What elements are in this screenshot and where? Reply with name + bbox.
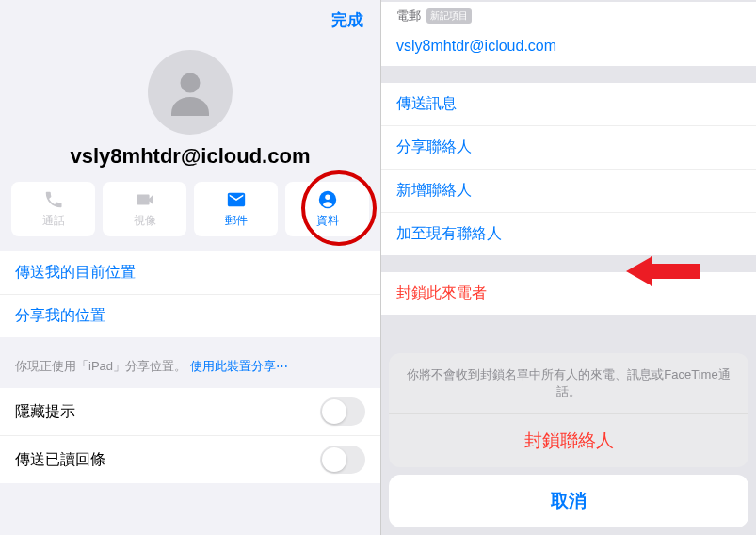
recent-badge: 新記項目 [426, 8, 472, 24]
action-row: 通話 視像 郵件 資料 [0, 169, 380, 251]
add-existing-contact[interactable]: 加至現有聯絡人 [381, 213, 756, 255]
send-current-location[interactable]: 傳送我的目前位置 [0, 251, 380, 295]
done-button[interactable]: 完成 [331, 9, 363, 31]
toggle-group: 隱藏提示 傳送已讀回條 [0, 388, 380, 483]
person-circle-icon [317, 189, 338, 210]
red-circle-annotation [301, 170, 377, 246]
avatar [148, 50, 233, 135]
svg-point-2 [325, 195, 330, 201]
avatar-wrap [0, 50, 380, 135]
mail-icon [226, 189, 247, 210]
send-read-switch[interactable] [320, 446, 365, 474]
info-pane: 電郵 新記項目 vsly8mhtdr@icloud.com 傳送訊息 分享聯絡人… [381, 0, 756, 535]
hide-alerts-label: 隱藏提示 [15, 402, 75, 422]
video-button: 視像 [103, 182, 186, 236]
use-this-device-link[interactable]: 使用此裝置分享⋯ [190, 359, 288, 373]
video-icon [135, 189, 155, 210]
send-message[interactable]: 傳送訊息 [381, 83, 756, 126]
left-header: 完成 [0, 0, 380, 41]
email-value[interactable]: vsly8mhtdr@icloud.com [381, 26, 756, 66]
hide-alerts-switch[interactable] [320, 397, 365, 426]
contact-name: vsly8mhtdr@icloud.com [0, 144, 380, 169]
share-footnote: 你現正使用「iPad」分享位置。 使用此裝置分享⋯ [0, 350, 380, 388]
mail-button[interactable]: 郵件 [194, 182, 278, 236]
contact-detail-pane: 完成 vsly8mhtdr@icloud.com 通話 視像 郵件 資料 傳送我… [0, 0, 381, 535]
email-group: 電郵 新記項目 vsly8mhtdr@icloud.com [381, 2, 756, 66]
share-my-location[interactable]: 分享我的位置 [0, 295, 380, 337]
person-icon [162, 64, 218, 121]
send-read-label: 傳送已讀回條 [15, 450, 105, 470]
block-contact-confirm[interactable]: 封鎖聯絡人 [389, 414, 748, 467]
cancel-button[interactable]: 取消 [389, 475, 748, 527]
mail-label: 郵件 [225, 213, 248, 229]
svg-point-0 [181, 73, 201, 93]
new-contact[interactable]: 新增聯絡人 [381, 170, 756, 213]
info-label: 資料 [316, 213, 339, 229]
email-label: 電郵 [396, 8, 421, 24]
call-button: 通話 [11, 182, 95, 236]
action-sheet: 你將不會收到封鎖名單中所有人的來電、訊息或FaceTime通話。 封鎖聯絡人 取… [381, 353, 756, 535]
email-header: 電郵 新記項目 [381, 2, 756, 26]
right-top: 電郵 新記項目 vsly8mhtdr@icloud.com 傳送訊息 分享聯絡人… [381, 0, 756, 315]
info-button[interactable]: 資料 [285, 182, 369, 236]
call-label: 通話 [42, 213, 65, 229]
sheet-message: 你將不會收到封鎖名單中所有人的來電、訊息或FaceTime通話。 [389, 353, 748, 414]
video-label: 視像 [134, 213, 156, 229]
share-contact[interactable]: 分享聯絡人 [381, 126, 756, 170]
phone-icon [43, 189, 64, 210]
send-read-row: 傳送已讀回條 [0, 436, 380, 483]
footnote-text: 你現正使用「iPad」分享位置。 [15, 359, 186, 373]
block-group: 封鎖此來電者 [381, 272, 756, 315]
block-this-caller[interactable]: 封鎖此來電者 [381, 272, 756, 315]
contact-actions-group: 傳送訊息 分享聯絡人 新增聯絡人 加至現有聯絡人 [381, 83, 756, 255]
location-group: 傳送我的目前位置 分享我的位置 [0, 251, 380, 337]
hide-alerts-row: 隱藏提示 [0, 388, 380, 436]
